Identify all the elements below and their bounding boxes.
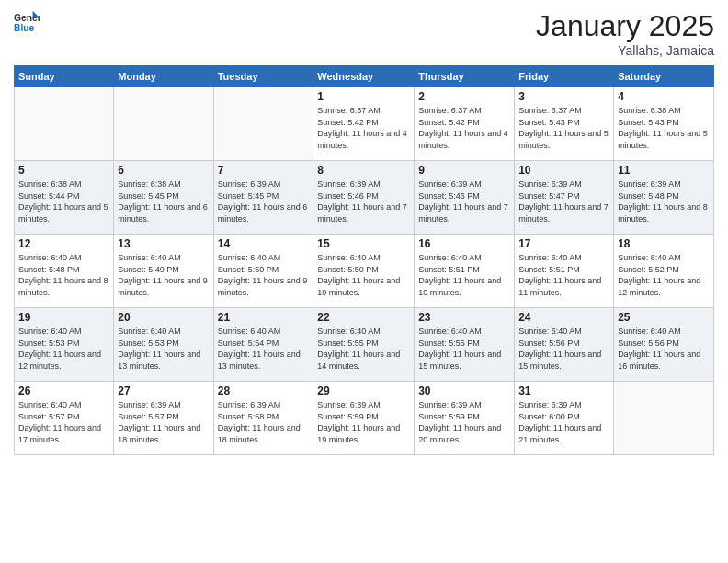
table-row: 23Sunrise: 6:40 AM Sunset: 5:55 PM Dayli… (415, 308, 515, 382)
table-row: 28Sunrise: 6:39 AM Sunset: 5:58 PM Dayli… (213, 382, 313, 455)
calendar-week-row: 19Sunrise: 6:40 AM Sunset: 5:53 PM Dayli… (15, 308, 714, 382)
table-row (614, 382, 714, 455)
table-row: 24Sunrise: 6:40 AM Sunset: 5:56 PM Dayli… (515, 308, 614, 382)
day-number: 4 (618, 90, 710, 103)
day-number: 16 (418, 237, 510, 250)
table-row: 2Sunrise: 6:37 AM Sunset: 5:42 PM Daylig… (415, 87, 515, 161)
table-row (15, 87, 114, 161)
day-info: Sunrise: 6:37 AM Sunset: 5:42 PM Dayligh… (418, 105, 510, 151)
table-row: 7Sunrise: 6:39 AM Sunset: 5:45 PM Daylig… (213, 161, 313, 235)
day-info: Sunrise: 6:40 AM Sunset: 5:56 PM Dayligh… (518, 326, 609, 372)
table-row: 25Sunrise: 6:40 AM Sunset: 5:56 PM Dayli… (614, 308, 714, 382)
day-number: 7 (218, 164, 310, 177)
day-number: 22 (317, 311, 410, 324)
calendar-week-row: 1Sunrise: 6:37 AM Sunset: 5:42 PM Daylig… (15, 87, 714, 161)
table-row: 11Sunrise: 6:39 AM Sunset: 5:48 PM Dayli… (614, 161, 714, 235)
day-info: Sunrise: 6:39 AM Sunset: 5:58 PM Dayligh… (218, 399, 310, 445)
location-subtitle: Yallahs, Jamaica (536, 43, 714, 58)
table-row: 15Sunrise: 6:40 AM Sunset: 5:50 PM Dayli… (313, 235, 415, 308)
table-row: 1Sunrise: 6:37 AM Sunset: 5:42 PM Daylig… (313, 87, 415, 161)
day-info: Sunrise: 6:39 AM Sunset: 5:45 PM Dayligh… (218, 178, 310, 224)
day-info: Sunrise: 6:37 AM Sunset: 5:43 PM Dayligh… (518, 105, 609, 151)
table-row: 9Sunrise: 6:39 AM Sunset: 5:46 PM Daylig… (415, 161, 515, 235)
table-row: 5Sunrise: 6:38 AM Sunset: 5:44 PM Daylig… (15, 161, 114, 235)
day-info: Sunrise: 6:39 AM Sunset: 5:57 PM Dayligh… (118, 399, 209, 445)
day-number: 10 (518, 164, 609, 177)
day-info: Sunrise: 6:39 AM Sunset: 5:46 PM Dayligh… (418, 178, 510, 224)
table-row: 19Sunrise: 6:40 AM Sunset: 5:53 PM Dayli… (15, 308, 114, 382)
table-row: 21Sunrise: 6:40 AM Sunset: 5:54 PM Dayli… (213, 308, 313, 382)
table-row: 22Sunrise: 6:40 AM Sunset: 5:55 PM Dayli… (313, 308, 415, 382)
day-info: Sunrise: 6:39 AM Sunset: 5:47 PM Dayligh… (518, 178, 609, 224)
calendar-week-row: 5Sunrise: 6:38 AM Sunset: 5:44 PM Daylig… (15, 161, 714, 235)
day-number: 9 (418, 164, 510, 177)
day-number: 25 (618, 311, 710, 324)
day-number: 31 (518, 385, 609, 397)
day-number: 6 (118, 164, 209, 177)
day-info: Sunrise: 6:40 AM Sunset: 5:55 PM Dayligh… (317, 326, 410, 372)
table-row: 4Sunrise: 6:38 AM Sunset: 5:43 PM Daylig… (614, 87, 714, 161)
day-info: Sunrise: 6:39 AM Sunset: 6:00 PM Dayligh… (518, 399, 609, 445)
table-row: 16Sunrise: 6:40 AM Sunset: 5:51 PM Dayli… (415, 235, 515, 308)
day-number: 29 (317, 385, 410, 397)
day-number: 8 (317, 164, 410, 177)
day-number: 12 (18, 237, 109, 250)
table-row: 30Sunrise: 6:39 AM Sunset: 5:59 PM Dayli… (415, 382, 515, 455)
day-number: 20 (118, 311, 209, 324)
header-wednesday: Wednesday (313, 66, 415, 87)
svg-text:Blue: Blue (14, 23, 35, 33)
day-info: Sunrise: 6:40 AM Sunset: 5:53 PM Dayligh… (118, 326, 209, 372)
day-number: 14 (218, 237, 310, 250)
table-row: 26Sunrise: 6:40 AM Sunset: 5:57 PM Dayli… (15, 382, 114, 455)
calendar-week-row: 12Sunrise: 6:40 AM Sunset: 5:48 PM Dayli… (15, 235, 714, 308)
table-row: 31Sunrise: 6:39 AM Sunset: 6:00 PM Dayli… (515, 382, 614, 455)
title-section: January 2025 Yallahs, Jamaica (536, 9, 714, 58)
day-info: Sunrise: 6:40 AM Sunset: 5:54 PM Dayligh… (218, 326, 310, 372)
day-number: 30 (418, 385, 510, 397)
day-number: 11 (618, 164, 710, 177)
day-info: Sunrise: 6:40 AM Sunset: 5:50 PM Dayligh… (317, 252, 410, 298)
day-number: 19 (18, 311, 109, 324)
calendar-week-row: 26Sunrise: 6:40 AM Sunset: 5:57 PM Dayli… (15, 382, 714, 455)
table-row: 3Sunrise: 6:37 AM Sunset: 5:43 PM Daylig… (515, 87, 614, 161)
table-row: 13Sunrise: 6:40 AM Sunset: 5:49 PM Dayli… (114, 235, 213, 308)
header-monday: Monday (114, 66, 213, 87)
logo-icon: General Blue (14, 9, 40, 35)
table-row: 14Sunrise: 6:40 AM Sunset: 5:50 PM Dayli… (213, 235, 313, 308)
table-row: 27Sunrise: 6:39 AM Sunset: 5:57 PM Dayli… (114, 382, 213, 455)
logo: General Blue (14, 9, 40, 35)
day-info: Sunrise: 6:40 AM Sunset: 5:53 PM Dayligh… (18, 326, 109, 372)
table-row: 29Sunrise: 6:39 AM Sunset: 5:59 PM Dayli… (313, 382, 415, 455)
page-header: General Blue January 2025 Yallahs, Jamai… (14, 9, 714, 58)
header-tuesday: Tuesday (213, 66, 313, 87)
day-number: 27 (118, 385, 209, 397)
calendar-header-row: Sunday Monday Tuesday Wednesday Thursday… (15, 66, 714, 87)
day-info: Sunrise: 6:40 AM Sunset: 5:48 PM Dayligh… (18, 252, 109, 298)
day-info: Sunrise: 6:38 AM Sunset: 5:43 PM Dayligh… (618, 105, 710, 151)
header-sunday: Sunday (15, 66, 114, 87)
table-row: 10Sunrise: 6:39 AM Sunset: 5:47 PM Dayli… (515, 161, 614, 235)
header-friday: Friday (515, 66, 614, 87)
day-number: 5 (18, 164, 109, 177)
day-number: 17 (518, 237, 609, 250)
day-number: 26 (18, 385, 109, 397)
day-info: Sunrise: 6:39 AM Sunset: 5:46 PM Dayligh… (317, 178, 410, 224)
day-info: Sunrise: 6:40 AM Sunset: 5:51 PM Dayligh… (518, 252, 609, 298)
header-thursday: Thursday (415, 66, 515, 87)
day-info: Sunrise: 6:38 AM Sunset: 5:45 PM Dayligh… (118, 178, 209, 224)
day-number: 21 (218, 311, 310, 324)
day-info: Sunrise: 6:40 AM Sunset: 5:51 PM Dayligh… (418, 252, 510, 298)
table-row: 20Sunrise: 6:40 AM Sunset: 5:53 PM Dayli… (114, 308, 213, 382)
day-number: 3 (518, 90, 609, 103)
day-number: 13 (118, 237, 209, 250)
table-row (114, 87, 213, 161)
day-number: 24 (518, 311, 609, 324)
day-info: Sunrise: 6:37 AM Sunset: 5:42 PM Dayligh… (317, 105, 410, 151)
day-number: 1 (317, 90, 410, 103)
day-info: Sunrise: 6:38 AM Sunset: 5:44 PM Dayligh… (18, 178, 109, 224)
day-info: Sunrise: 6:40 AM Sunset: 5:52 PM Dayligh… (618, 252, 710, 298)
day-info: Sunrise: 6:39 AM Sunset: 5:59 PM Dayligh… (317, 399, 410, 445)
day-info: Sunrise: 6:40 AM Sunset: 5:50 PM Dayligh… (218, 252, 310, 298)
calendar-table: Sunday Monday Tuesday Wednesday Thursday… (14, 65, 714, 455)
month-title: January 2025 (536, 9, 714, 43)
